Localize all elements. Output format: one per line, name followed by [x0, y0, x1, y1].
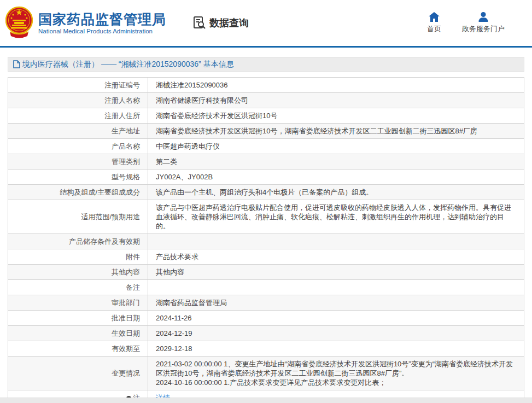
row-label: 生产地址: [8, 124, 148, 139]
table-row: 注册人名称湖南省健缘医疗科技有限公司: [8, 93, 524, 108]
row-value: 产品技术要求: [148, 249, 524, 265]
table-row: 变更情况2021-03-02 00:00:00 1、变更生产地址由“湖南省娄底经…: [8, 357, 524, 390]
row-label: 其他内容: [8, 265, 148, 280]
table-row: 备注: [8, 280, 524, 295]
table-row: 其他内容其他内容: [8, 265, 524, 280]
row-value: [148, 280, 524, 295]
row-value: 2021-03-02 00:00:00 1、变更生产地址由“湖南省娄底经济技术开…: [148, 357, 524, 390]
table-row: 有效期至2029-12-18: [8, 341, 524, 357]
row-value: [148, 234, 524, 249]
row-value: 其他内容: [148, 265, 524, 280]
national-emblem-logo: [5, 6, 33, 40]
page-title: 境内医疗器械（注册） —— “湘械注准20152090036” 基本信息: [22, 60, 234, 69]
brand-title-en: National Medical Products Administration: [38, 28, 166, 34]
registration-info-table: 注册证编号湘械注准20152090036注册人名称湖南省健缘医疗科技有限公司注册…: [8, 77, 524, 403]
row-value: 湖南省健缘医疗科技有限公司: [148, 93, 524, 108]
table-row: 型号规格JY002A、JY002B: [8, 170, 524, 185]
row-value: 湘械注准20152090036: [148, 78, 524, 93]
row-value: 该产品与中医超声药透治疗电极贴片配合使用，促进可透皮吸收的药物经皮肤透入人体，发…: [148, 200, 524, 234]
document-icon: [13, 60, 20, 68]
header-divider: [0, 46, 532, 48]
home-icon: [429, 12, 440, 22]
row-label: 生效日期: [8, 326, 148, 341]
nav-item-portal[interactable]: 政务服务门户: [462, 12, 505, 34]
info-table-body: 注册证编号湘械注准20152090036注册人名称湖南省健缘医疗科技有限公司注册…: [8, 78, 524, 403]
nav-label: 政务服务门户: [462, 24, 505, 34]
row-value: 2024-12-19: [148, 326, 524, 341]
page-title-bar: 境内医疗器械（注册） —— “湘械注准20152090036” 基本信息: [8, 57, 524, 72]
data-query-entry[interactable]: 数据查询: [192, 16, 249, 30]
row-label: 附件: [8, 249, 148, 265]
row-label: 产品储存条件及有效期: [8, 234, 148, 249]
row-label: 型号规格: [8, 170, 148, 185]
row-label: 注册人名称: [8, 93, 148, 108]
table-row: 适用范围/预期用途该产品与中医超声药透治疗电极贴片配合使用，促进可透皮吸收的药物…: [8, 200, 524, 234]
table-row: 注册人住所湖南省娄底经济技术开发区洪冠街10号: [8, 108, 524, 124]
row-value: 湖南省娄底经济技术开发区洪冠街10号，湖南省娄底经济技术开发区二工业园创新二街三…: [148, 124, 524, 139]
row-label: 注册证编号: [8, 78, 148, 93]
row-value: 湖南省药品监督管理局: [148, 295, 524, 311]
user-icon: [478, 12, 489, 22]
row-value: 中医超声药透电疗仪: [148, 139, 524, 154]
brand-block: 国家药品监督管理局 National Medical Products Admi…: [38, 11, 166, 35]
row-value: 2024-11-26: [148, 311, 524, 326]
row-label: 注册人住所: [8, 108, 148, 124]
table-row: 结构及组成/主要组成成分该产品由一个主机、两组治疗头和4个电极片（已备案的产品）…: [8, 185, 524, 200]
data-query-label: 数据查询: [209, 16, 249, 30]
nav-item-home[interactable]: 首页: [427, 12, 441, 34]
row-value: 该产品由一个主机、两组治疗头和4个电极片（已备案的产品）组成。: [148, 185, 524, 200]
table-row: 生效日期2024-12-19: [8, 326, 524, 341]
brand-title-zh: 国家药品监督管理局: [38, 11, 166, 27]
row-value: 湖南省娄底经济技术开发区洪冠街10号: [148, 108, 524, 124]
table-row: 管理类别第二类: [8, 154, 524, 170]
row-label: 批准日期: [8, 311, 148, 326]
table-row: 产品名称中医超声药透电疗仪: [8, 139, 524, 154]
row-label: 结构及组成/主要组成成分: [8, 185, 148, 200]
header-nav: 首页 政务服务门户: [427, 12, 516, 34]
row-label: 产品名称: [8, 139, 148, 154]
table-row: 批准日期2024-11-26: [8, 311, 524, 326]
nav-label: 首页: [427, 24, 441, 34]
table-row: 附件产品技术要求: [8, 249, 524, 265]
row-label: 审批部门: [8, 295, 148, 311]
row-label: 变更情况: [8, 357, 148, 390]
row-value: JY002A、JY002B: [148, 170, 524, 185]
table-row: 生产地址湖南省娄底经济技术开发区洪冠街10号，湖南省娄底经济技术开发区二工业园创…: [8, 124, 524, 139]
row-label: 适用范围/预期用途: [8, 200, 148, 234]
row-label: 管理类别: [8, 154, 148, 170]
row-label: 有效期至: [8, 341, 148, 357]
table-row: 产品储存条件及有效期: [8, 234, 524, 249]
row-value: 第二类: [148, 154, 524, 170]
row-value: 2029-12-18: [148, 341, 524, 357]
data-query-icon: [192, 16, 207, 30]
site-header: 国家药品监督管理局 National Medical Products Admi…: [0, 0, 532, 46]
footer-band: [0, 398, 532, 403]
row-label: 备注: [8, 280, 148, 295]
table-row: 审批部门湖南省药品监督管理局: [8, 295, 524, 311]
table-row: 注册证编号湘械注准20152090036: [8, 78, 524, 93]
